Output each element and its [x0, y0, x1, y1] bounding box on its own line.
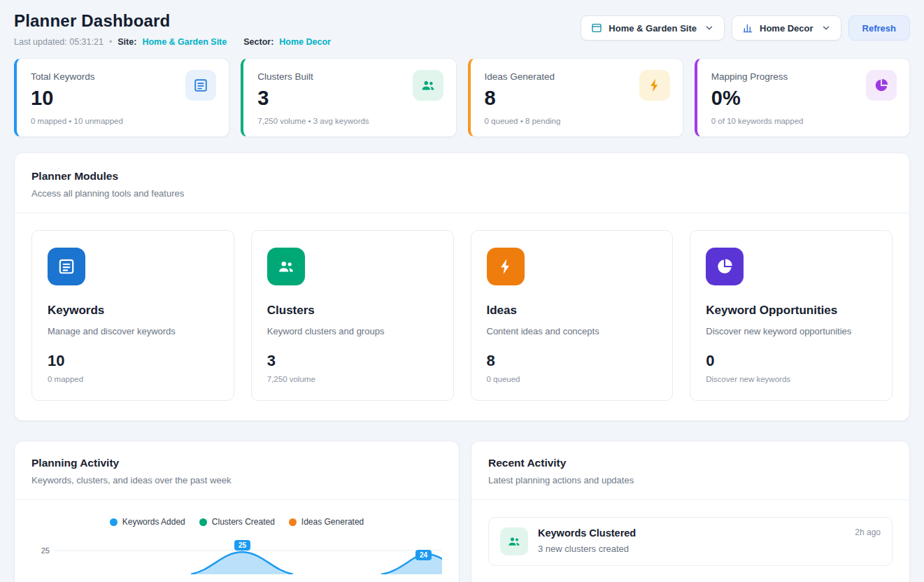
module-sub: 0 mapped	[48, 375, 218, 383]
legend-dot-orange	[289, 518, 297, 526]
module-title: Keywords	[48, 304, 218, 318]
activity-item-time: 2h ago	[855, 527, 881, 537]
stat-card-total-keywords: Total Keywords 10 0 mapped • 10 unmapped	[14, 58, 229, 137]
document-icon	[185, 70, 216, 101]
module-description: Keyword clusters and groups	[267, 326, 438, 336]
module-sub: Discover new keywords	[706, 375, 876, 383]
y-axis-tick: 25	[41, 546, 50, 555]
pie-chart-icon	[706, 248, 744, 285]
stat-card-ideas-generated: Ideas Generated 8 0 queued • 8 pending	[468, 58, 683, 137]
module-tile-keyword-opportunities[interactable]: Keyword Opportunities Discover new keywo…	[690, 230, 893, 401]
page-header: Planner Dashboard Last updated: 05:31:21…	[14, 11, 910, 47]
planning-activity-subtitle: Keywords, clusters, and ideas over the p…	[31, 475, 442, 485]
recent-activity-title: Recent Activity	[488, 457, 893, 469]
site-label: Site:	[118, 37, 136, 47]
site-select-label: Home & Garden Site	[609, 23, 697, 34]
legend-dot-green	[199, 518, 207, 526]
sector-label: Sector:	[243, 37, 273, 47]
sector-link[interactable]: Home Decor	[279, 37, 331, 47]
planner-modules-section: Planner Modules Access all planning tool…	[14, 152, 910, 421]
divider	[471, 499, 909, 500]
stats-row: Total Keywords 10 0 mapped • 10 unmapped…	[14, 58, 910, 137]
module-tile-clusters[interactable]: Clusters Keyword clusters and groups 3 7…	[251, 230, 454, 401]
module-value: 3	[267, 352, 438, 370]
legend-dot-blue	[110, 518, 118, 526]
modules-title: Planner Modules	[31, 170, 893, 183]
sector-select-dropdown[interactable]: Home Decor	[732, 15, 841, 41]
data-label-value: 25	[239, 541, 247, 549]
activity-item-keywords-clustered: Keywords Clustered 3 new clusters create…	[488, 517, 893, 566]
module-sub: 7,250 volume	[267, 375, 438, 383]
site-icon	[591, 22, 602, 34]
sector-select-label: Home Decor	[760, 23, 813, 34]
chevron-down-icon	[821, 23, 831, 33]
planning-activity-card: Planning Activity Keywords, clusters, an…	[14, 441, 460, 582]
divider	[15, 213, 909, 213]
legend-item-keywords-added: Keywords Added	[110, 517, 185, 527]
module-title: Clusters	[267, 304, 438, 318]
refresh-button[interactable]: Refresh	[848, 15, 910, 41]
modules-subtitle: Access all planning tools and features	[31, 188, 893, 199]
module-value: 10	[48, 352, 218, 370]
activity-item-body: Keywords Clustered 3 new clusters create…	[538, 527, 636, 554]
legend-item-ideas-generated: Ideas Generated	[289, 517, 364, 527]
meta-separator: •	[109, 37, 112, 47]
recent-activity-subtitle: Latest planning actions and updates	[488, 475, 893, 485]
site-link[interactable]: Home & Garden Site	[142, 37, 227, 47]
stat-sub: 7,250 volume • 3 avg keywords	[257, 117, 441, 125]
legend-label: Clusters Created	[212, 517, 275, 527]
legend-label: Ideas Generated	[301, 517, 364, 527]
module-title: Ideas	[487, 304, 658, 318]
stat-sub: 0 queued • 8 pending	[485, 117, 669, 125]
module-value: 8	[487, 352, 658, 370]
modules-grid: Keywords Manage and discover keywords 10…	[31, 230, 893, 401]
bar-chart-icon	[742, 22, 753, 34]
module-value: 0	[706, 352, 876, 370]
users-icon	[413, 70, 443, 101]
bottom-row: Planning Activity Keywords, clusters, an…	[14, 441, 910, 582]
recent-activity-card: Recent Activity Latest planning actions …	[471, 441, 910, 582]
users-icon	[267, 248, 305, 285]
divider	[15, 499, 459, 500]
module-description: Discover new keyword opportunities	[706, 326, 876, 336]
header-meta: Last updated: 05:31:21 • Site: Home & Ga…	[14, 37, 331, 47]
last-updated-text: Last updated: 05:31:21	[14, 37, 104, 47]
header-controls: Home & Garden Site Home Decor Refresh	[581, 15, 910, 41]
page-title: Planner Dashboard	[14, 11, 331, 31]
bolt-icon	[487, 248, 525, 285]
planning-activity-title: Planning Activity	[31, 457, 442, 469]
module-tile-keywords[interactable]: Keywords Manage and discover keywords 10…	[31, 230, 234, 401]
stat-sub: 0 of 10 keywords mapped	[711, 117, 895, 125]
module-description: Content ideas and concepts	[487, 326, 658, 336]
stat-card-clusters-built: Clusters Built 3 7,250 volume • 3 avg ke…	[241, 58, 456, 137]
chart-legend: Keywords Added Clusters Created Ideas Ge…	[31, 517, 442, 527]
stat-card-mapping-progress: Mapping Progress 0% 0 of 10 keywords map…	[695, 58, 910, 137]
planning-activity-chart: 25 25 24	[31, 532, 442, 574]
planner-dashboard-page: Planner Dashboard Last updated: 05:31:21…	[0, 0, 924, 582]
pie-chart-icon	[866, 70, 897, 101]
users-icon	[500, 527, 528, 555]
bolt-icon	[639, 70, 670, 101]
data-label-value: 24	[420, 551, 428, 559]
activity-item-title: Keywords Clustered	[538, 527, 636, 539]
module-title: Keyword Opportunities	[706, 304, 876, 318]
module-description: Manage and discover keywords	[48, 326, 218, 336]
module-sub: 0 queued	[487, 375, 658, 383]
chevron-down-icon	[704, 23, 714, 33]
stat-sub: 0 mapped • 10 unmapped	[31, 117, 215, 125]
header-left: Planner Dashboard Last updated: 05:31:21…	[14, 11, 331, 47]
site-select-dropdown[interactable]: Home & Garden Site	[581, 15, 725, 41]
document-icon	[48, 248, 85, 285]
legend-item-clusters-created: Clusters Created	[199, 517, 275, 527]
activity-item-description: 3 new clusters created	[538, 544, 636, 554]
legend-label: Keywords Added	[122, 517, 185, 527]
module-tile-ideas[interactable]: Ideas Content ideas and concepts 8 0 que…	[471, 230, 674, 401]
